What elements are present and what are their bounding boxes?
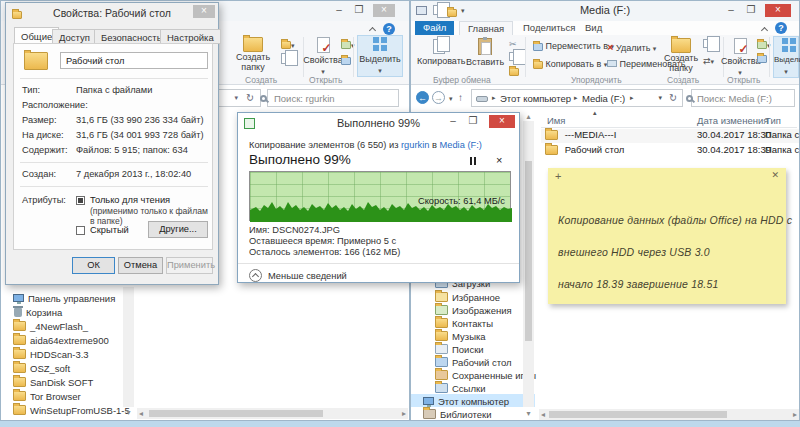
cancel-copy-icon[interactable]: ×	[496, 154, 502, 166]
tree-item-folder[interactable]: _4NewFlash_	[13, 320, 88, 333]
easy-access-icon[interactable]: ▾	[703, 39, 715, 50]
left-properties-button[interactable]: Свойства ▾	[303, 37, 343, 76]
pause-icon[interactable]	[470, 156, 476, 167]
note-line[interactable]: Копирование данных (файлы Office) на HDD…	[558, 214, 778, 226]
readonly-checkbox[interactable]	[76, 194, 85, 205]
nav-item-music[interactable]: Музыка	[435, 330, 486, 343]
column-header-type[interactable]: Тип	[765, 115, 781, 126]
hidden-checkbox[interactable]	[76, 224, 85, 235]
nav-scroll-up-icon[interactable]: ▴	[523, 112, 534, 121]
new-item-icon[interactable]: ▾	[281, 53, 294, 66]
tree-item-folder[interactable]: OSZ_soft	[13, 362, 70, 375]
note-line[interactable]: внешнего HDD через USB 3.0	[558, 246, 778, 258]
minimize-icon[interactable]: –	[445, 115, 461, 128]
other-attributes-button[interactable]: Другие...	[148, 221, 208, 238]
history-icon[interactable]	[757, 53, 767, 64]
maximize-icon[interactable]: ❐	[351, 4, 367, 17]
less-details-icon[interactable]	[249, 269, 262, 282]
scroll-right-icon[interactable]: ▸	[402, 409, 406, 418]
breadcrumb-drive[interactable]: Media (F:)	[582, 93, 625, 104]
breadcrumb-computer[interactable]: Этот компьютер	[500, 93, 571, 104]
tree-item-recycle-bin[interactable]: Корзина	[14, 306, 62, 319]
back-icon[interactable]: ←	[416, 91, 429, 104]
sticky-note[interactable]: + ✕ Копирование данных (файлы Office) на…	[548, 168, 786, 304]
paste-button[interactable]: Вставить	[463, 38, 507, 67]
select-button[interactable]: Выделить ▾	[773, 36, 799, 78]
move-to-button[interactable]: Переместить в ▾	[533, 41, 614, 51]
nav-item-favorites[interactable]: Избранное	[435, 291, 500, 304]
maximize-icon[interactable]: ❐	[465, 115, 481, 128]
tree-item-folder[interactable]: SanDisk SOFT	[13, 376, 93, 389]
refresh-icon[interactable]: ↻	[669, 92, 677, 103]
tab-share[interactable]: Поделиться	[515, 21, 583, 35]
column-header-date[interactable]: Дата изменения	[697, 115, 768, 126]
file-row[interactable]: Рабочий стол 30.04.2017 18:39 Папка с	[541, 144, 799, 158]
scroll-left-icon[interactable]: ◂	[541, 410, 545, 419]
close-icon[interactable]: ×	[193, 5, 215, 18]
cancel-button[interactable]: Отмена	[118, 257, 163, 274]
copy-dest-link[interactable]: Media (F:)	[440, 140, 482, 150]
close-icon[interactable]: ×	[489, 115, 515, 128]
properties-button[interactable]: Свойства ▾	[721, 38, 759, 77]
scroll-left-icon[interactable]: ◂	[139, 409, 143, 418]
recent-locations-icon[interactable]: ▾	[449, 95, 453, 103]
tab-file[interactable]: Файл	[415, 21, 454, 35]
search-input[interactable]: Поиск: Media (F:)	[691, 89, 795, 107]
forward-icon[interactable]: →	[432, 91, 445, 104]
copy-button[interactable]: Копировать	[417, 39, 461, 66]
address-bar[interactable]: ▸ Этот компьютер ▸ Media (F:) ▸ ▾ ↻	[471, 89, 683, 107]
file-row[interactable]: ---MEDIA---I 30.04.2017 18:30 Папка с	[541, 129, 799, 143]
address-dropdown-icon[interactable]: ▾	[658, 94, 662, 102]
close-note-icon[interactable]: ✕	[771, 170, 779, 180]
nav-item-searches[interactable]: Поиски	[435, 343, 484, 356]
tree-item-folder[interactable]: Tor Browser	[13, 390, 81, 403]
minimize-icon[interactable]: –	[331, 4, 347, 17]
column-header-name[interactable]: Имя	[547, 115, 566, 126]
apply-button[interactable]: Применить	[166, 257, 213, 274]
tab-view[interactable]: Вид	[577, 21, 610, 35]
close-icon[interactable]: ×	[765, 4, 791, 17]
help-icon[interactable]: ?	[775, 22, 787, 34]
scroll-down-icon[interactable]: ▾	[123, 408, 134, 417]
nav-scroll-down-icon[interactable]: ▾	[523, 409, 534, 418]
hscroll-thumb[interactable]	[149, 410, 323, 417]
refresh-icon[interactable]: ↻	[246, 92, 254, 103]
less-details-label[interactable]: Меньше сведений	[268, 271, 347, 281]
copy-path-icon[interactable]	[509, 52, 516, 63]
scroll-right-icon[interactable]: ▸	[793, 410, 797, 419]
maximize-icon[interactable]: ❐	[743, 4, 759, 17]
help-icon[interactable]: ?	[383, 23, 395, 35]
new-note-icon[interactable]: +	[555, 170, 561, 182]
delete-button[interactable]: × Удалить ▾	[607, 41, 656, 53]
left-select-button[interactable]: Выделить ▾	[357, 35, 403, 77]
nav-item-saved-games[interactable]: Сохраненные игры	[435, 369, 536, 382]
tab-home[interactable]: Главная	[459, 21, 513, 35]
tree-item-control-panel[interactable]: Панель управления	[13, 292, 115, 305]
nav-item-pictures[interactable]: Изображения	[435, 304, 512, 317]
tree-item-folder[interactable]: HDDScan-3.3	[13, 348, 89, 361]
copy-to-button[interactable]: Копировать в ▾	[533, 59, 607, 69]
nav-item-contacts[interactable]: Контакты	[435, 317, 493, 330]
tab-security[interactable]: Безопасность	[94, 29, 169, 44]
new-item-icon[interactable]: ⇄▾	[703, 55, 714, 66]
ribbon-collapse-icon[interactable]	[370, 24, 375, 35]
nav-item-this-pc[interactable]: Этот компьютер	[411, 394, 535, 407]
left-search-input[interactable]: Поиск: rgurkin	[267, 89, 399, 107]
easy-access-icon[interactable]: ▾	[281, 39, 295, 50]
tab-customize[interactable]: Настройка	[160, 29, 221, 44]
tree-item-folder[interactable]: aida64extreme900	[13, 334, 109, 347]
history-icon[interactable]	[341, 55, 351, 66]
up-icon[interactable]: ↑	[458, 92, 463, 103]
ok-button[interactable]: ОК	[72, 257, 115, 274]
new-folder-button[interactable]: Создать папку	[661, 38, 701, 73]
nav-item-libraries[interactable]: Библиотеки	[423, 408, 491, 421]
minimize-icon[interactable]: –	[723, 4, 739, 17]
folder-name-field[interactable]: Рабочий стол	[60, 52, 208, 69]
note-line[interactable]: начало 18.39 завершение 18.51	[558, 278, 778, 290]
nav-item-desktop[interactable]: Рабочий стол	[435, 356, 512, 369]
ribbon-collapse-icon[interactable]	[762, 24, 767, 35]
tree-item-folder[interactable]: WinSetupFromUSB-1-5	[13, 404, 130, 417]
left-new-folder-button[interactable]: Создать папку	[231, 37, 275, 72]
tab-sharing[interactable]: Доступ	[52, 29, 97, 44]
left-nav-scrollbar[interactable]	[123, 287, 134, 407]
